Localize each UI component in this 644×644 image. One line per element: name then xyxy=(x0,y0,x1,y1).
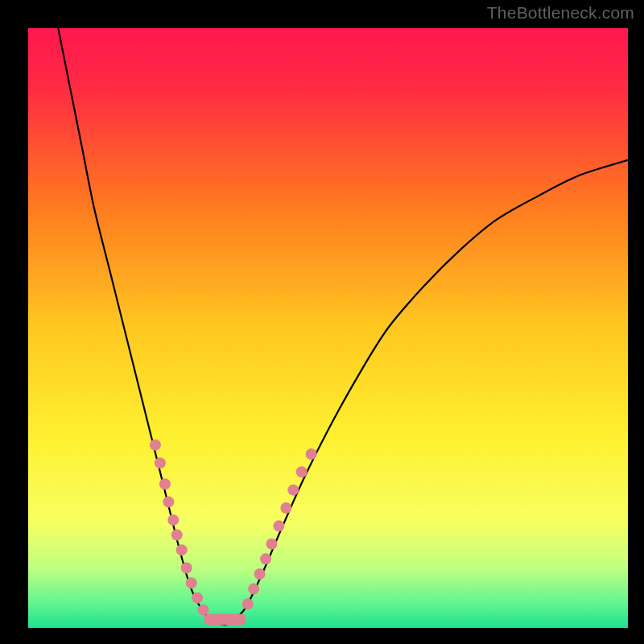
marker-left xyxy=(176,544,188,555)
watermark-text: TheBottleneck.com xyxy=(487,3,634,23)
gradient-background xyxy=(28,28,628,628)
marker-left xyxy=(150,440,161,451)
marker-right xyxy=(287,485,299,496)
plot-area xyxy=(28,28,628,628)
marker-right xyxy=(296,466,308,477)
marker-right xyxy=(248,584,259,595)
marker-right xyxy=(273,520,284,531)
marker-right xyxy=(254,568,266,580)
marker-left xyxy=(198,605,209,616)
marker-left xyxy=(163,497,174,508)
marker-right xyxy=(280,502,291,514)
marker-left xyxy=(181,563,192,574)
marker-left xyxy=(155,457,166,469)
marker-right xyxy=(306,448,317,460)
marker-left xyxy=(167,514,179,526)
marker-left xyxy=(192,592,203,604)
marker-bottom-capsule xyxy=(204,614,246,625)
marker-left xyxy=(159,478,171,489)
marker-left xyxy=(171,530,183,541)
marker-right xyxy=(266,539,277,550)
marker-right xyxy=(260,553,271,564)
marker-right xyxy=(242,598,254,609)
chart-container: TheBottleneck.com xyxy=(0,0,644,644)
chart-svg xyxy=(28,28,628,628)
marker-left xyxy=(186,577,197,588)
